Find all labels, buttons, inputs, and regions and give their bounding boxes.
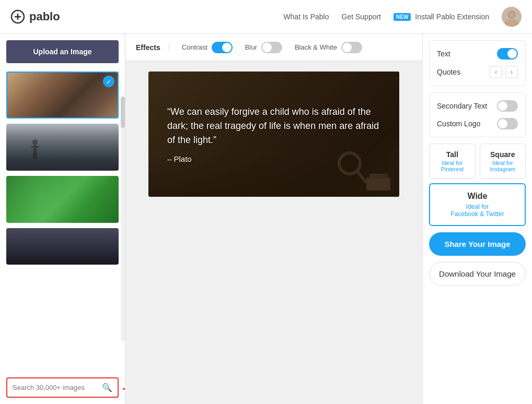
search-input[interactable] <box>13 384 102 391</box>
effects-bar: Effects Contrast Blur Black & White <box>125 34 422 61</box>
nav-get-support[interactable]: Get Support <box>342 13 381 21</box>
quotes-navigation: ‹ › <box>490 66 518 78</box>
contrast-toggle[interactable] <box>212 42 233 53</box>
bw-control: Black & White <box>295 42 362 53</box>
upload-button[interactable]: Upload an Image <box>6 40 119 63</box>
text-toggle[interactable] <box>497 48 518 60</box>
custom-logo-toggle[interactable] <box>497 118 518 129</box>
quote-author: – Plato <box>167 155 380 163</box>
user-avatar[interactable] <box>502 7 522 27</box>
header-nav: What Is Pablo Get Support NEW Install Pa… <box>283 7 522 27</box>
tall-name: Tall <box>434 150 471 159</box>
quotes-next-button[interactable]: › <box>505 66 518 78</box>
svg-rect-11 <box>31 146 39 148</box>
wide-sub: Ideal forFacebook & Twitter <box>434 203 521 218</box>
install-link[interactable]: Install Pablo Extension <box>415 13 489 21</box>
canvas-area: Effects Contrast Blur Black & White <box>125 34 422 404</box>
arrow-svg <box>120 383 125 395</box>
quotes-row: Quotes ‹ › <box>437 66 518 78</box>
size-tall-button[interactable]: Tall Ideal forPinterest <box>429 144 476 179</box>
blur-control: Blur <box>245 42 282 53</box>
right-panel: Text Quotes ‹ › Secondary Text <box>422 34 532 404</box>
quotes-prev-button[interactable]: ‹ <box>490 66 502 78</box>
svg-point-9 <box>32 139 38 145</box>
svg-rect-10 <box>33 145 37 152</box>
nav-install[interactable]: NEW Install Pablo Extension <box>394 13 489 21</box>
share-button[interactable]: Share Your Image <box>429 232 526 256</box>
search-area: 🔍 <box>0 373 125 404</box>
svg-rect-12 <box>33 152 35 159</box>
custom-logo-row: Custom Logo <box>437 118 518 129</box>
size-wide-button[interactable]: Wide Ideal forFacebook & Twitter <box>429 183 526 226</box>
square-sub: Ideal forInstagram <box>484 160 522 172</box>
search-box: 🔍 <box>6 377 119 398</box>
contrast-control: Contrast <box>182 42 233 53</box>
secondary-card: Secondary Text Custom Logo <box>429 92 526 137</box>
search-icon: 🔍 <box>102 383 112 393</box>
blur-toggle[interactable] <box>261 42 282 53</box>
size-square-button[interactable]: Square Ideal forInstagram <box>480 144 526 179</box>
secondary-text-label: Secondary Text <box>437 102 487 110</box>
quote-image[interactable]: “We can easily forgive a child who is af… <box>148 72 399 197</box>
image-thumbnail-1[interactable]: ✓ <box>6 72 119 118</box>
wide-name: Wide <box>434 192 521 201</box>
image-list: ✓ <box>0 69 125 373</box>
image-thumbnail-3[interactable] <box>6 176 119 223</box>
svg-point-3 <box>17 16 19 18</box>
quotes-label: Quotes <box>437 68 460 76</box>
image-thumbnail-2[interactable] <box>6 124 119 171</box>
surfer-silhouette <box>30 139 40 160</box>
nav-what-is-pablo[interactable]: What Is Pablo <box>283 13 329 21</box>
image-thumbnail-4[interactable] <box>6 228 119 265</box>
new-badge: NEW <box>394 13 411 21</box>
contrast-label: Contrast <box>182 43 207 51</box>
secondary-text-row: Secondary Text <box>437 100 518 112</box>
size-options: Tall Ideal forPinterest Square Ideal for… <box>429 144 526 226</box>
quote-overlay: “We can easily forgive a child who is af… <box>148 72 399 197</box>
square-name: Square <box>484 150 522 159</box>
logo-text: pablo <box>29 10 60 23</box>
secondary-text-toggle[interactable] <box>497 100 518 112</box>
logo-icon <box>10 9 25 24</box>
text-row: Text <box>437 48 518 60</box>
main-layout: Upload an Image ✓ <box>0 34 532 404</box>
text-quotes-card: Text Quotes ‹ › <box>429 40 526 86</box>
text-label: Text <box>437 50 450 58</box>
logo[interactable]: pablo <box>10 9 60 24</box>
bw-toggle[interactable] <box>341 42 362 53</box>
quote-text: “We can easily forgive a child who is af… <box>167 105 380 147</box>
bw-label: Black & White <box>295 43 337 51</box>
effects-label: Effects <box>136 43 169 52</box>
blur-label: Blur <box>245 43 257 51</box>
download-button[interactable]: Download Your Image <box>429 262 526 286</box>
tall-sub: Ideal forPinterest <box>434 160 471 172</box>
svg-rect-13 <box>35 152 37 159</box>
svg-point-7 <box>508 11 515 18</box>
red-arrow-indicator <box>120 383 125 395</box>
selected-check: ✓ <box>103 76 114 87</box>
scrollbar-thumb[interactable] <box>121 97 125 128</box>
scrollbar-track <box>121 97 125 341</box>
sidebar: Upload an Image ✓ <box>0 34 125 404</box>
avatar-image <box>502 7 522 27</box>
image-canvas: “We can easily forgive a child who is af… <box>125 61 422 404</box>
size-grid: Tall Ideal forPinterest Square Ideal for… <box>429 144 526 179</box>
custom-logo-label: Custom Logo <box>437 120 480 128</box>
header: pablo What Is Pablo Get Support NEW Inst… <box>0 0 532 34</box>
